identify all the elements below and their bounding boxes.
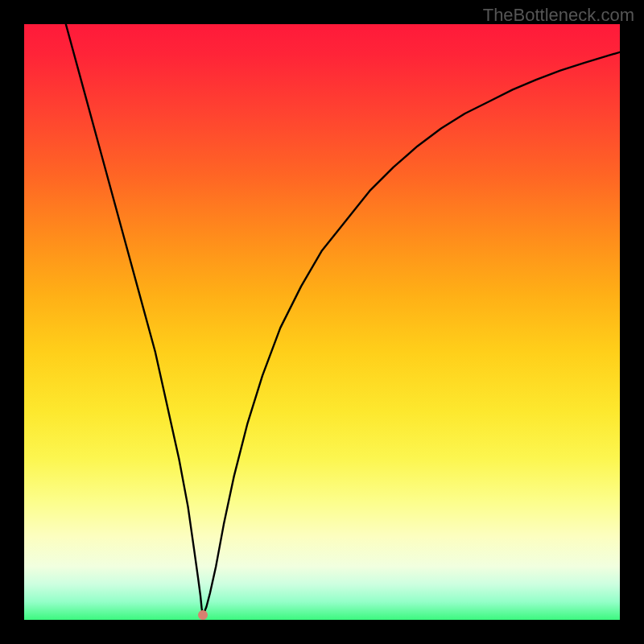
optimum-marker: [198, 610, 208, 620]
watermark-text: TheBottleneck.com: [483, 5, 634, 26]
chart-svg: [24, 24, 620, 620]
bottleneck-curve: [66, 24, 620, 615]
